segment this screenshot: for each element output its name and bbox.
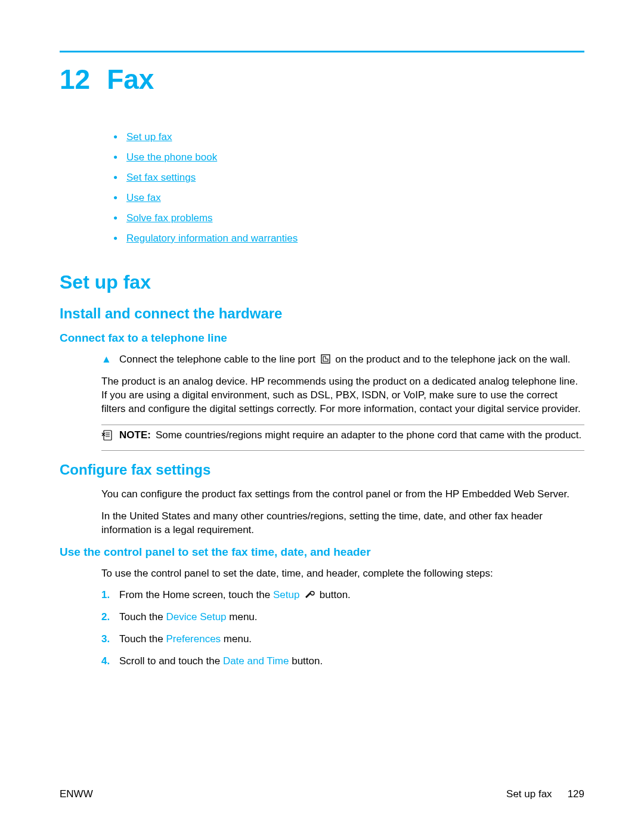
toc-link[interactable]: Use fax	[126, 192, 161, 203]
step-text: Touch the	[119, 633, 166, 645]
ui-reference: Date and Time	[223, 655, 289, 667]
step-number: 2.	[101, 611, 119, 624]
triangle-bullet-icon: ▲	[101, 353, 119, 367]
toc-link[interactable]: Solve fax problems	[126, 212, 213, 224]
subsubsection-title: Connect fax to a telephone line	[60, 332, 584, 345]
step-text: button.	[317, 589, 351, 600]
chapter-name: Fax	[107, 64, 154, 95]
chapter-title: 12Fax	[60, 63, 584, 95]
note-icon	[101, 429, 119, 447]
note-label: NOTE:	[119, 429, 151, 441]
line-port-icon	[320, 354, 331, 364]
list-item: 1. From the Home screen, touch the Setup…	[101, 589, 584, 602]
step-text: Scroll to and touch the	[119, 655, 223, 667]
step-text: menu.	[227, 611, 258, 623]
step-text: Connect the telephone cable to the line …	[119, 354, 318, 365]
step-text: button.	[289, 655, 323, 667]
chapter-toc: Set up fax Use the phone book Set fax se…	[113, 131, 584, 244]
note-text: Some countries/regions might require an …	[156, 429, 581, 441]
list-item: 3. Touch the Preferences menu.	[101, 633, 584, 646]
body-paragraph: To use the control panel to set the date…	[101, 567, 584, 581]
ui-reference: Preferences	[166, 633, 221, 645]
step-number: 4.	[101, 655, 119, 668]
step-number: 1.	[101, 589, 119, 602]
step-number: 3.	[101, 633, 119, 646]
subsection-title: Install and connect the hardware	[60, 305, 584, 322]
footer-section: Set up fax	[506, 788, 552, 800]
step-text: From the Home screen, touch the	[119, 589, 273, 600]
footer-left: ENWW	[60, 788, 93, 800]
setup-wrench-icon	[304, 589, 315, 600]
step-text: on the product and to the telephone jack…	[333, 354, 571, 365]
procedure-step: ▲ Connect the telephone cable to the lin…	[101, 353, 584, 367]
toc-link[interactable]: Set fax settings	[126, 172, 196, 183]
svg-rect-1	[104, 431, 112, 440]
top-rule	[60, 51, 584, 52]
chapter-number: 12	[60, 64, 90, 95]
step-text: menu.	[221, 633, 252, 645]
toc-link[interactable]: Set up fax	[126, 131, 172, 143]
body-paragraph: The product is an analog device. HP reco…	[101, 375, 584, 416]
list-item: 2. Touch the Device Setup menu.	[101, 611, 584, 624]
toc-link[interactable]: Regulatory information and warranties	[126, 233, 298, 244]
section-title: Set up fax	[60, 271, 584, 293]
list-item: 4. Scroll to and touch the Date and Time…	[101, 655, 584, 668]
step-text: Touch the	[119, 611, 166, 623]
body-paragraph: In the United States and many other coun…	[101, 510, 584, 537]
footer-page-number: 129	[568, 788, 584, 800]
ui-reference: Setup	[273, 589, 299, 600]
subsection-title: Configure fax settings	[60, 462, 584, 478]
body-paragraph: You can configure the product fax settin…	[101, 488, 584, 501]
ui-reference: Device Setup	[166, 611, 226, 623]
subsubsection-title: Use the control panel to set the fax tim…	[60, 546, 584, 559]
ordered-steps: 1. From the Home screen, touch the Setup…	[101, 589, 584, 668]
page-footer: ENWW Set up fax 129	[60, 788, 584, 800]
note-box: NOTE:Some countries/regions might requir…	[101, 425, 584, 451]
toc-link[interactable]: Use the phone book	[126, 151, 217, 163]
